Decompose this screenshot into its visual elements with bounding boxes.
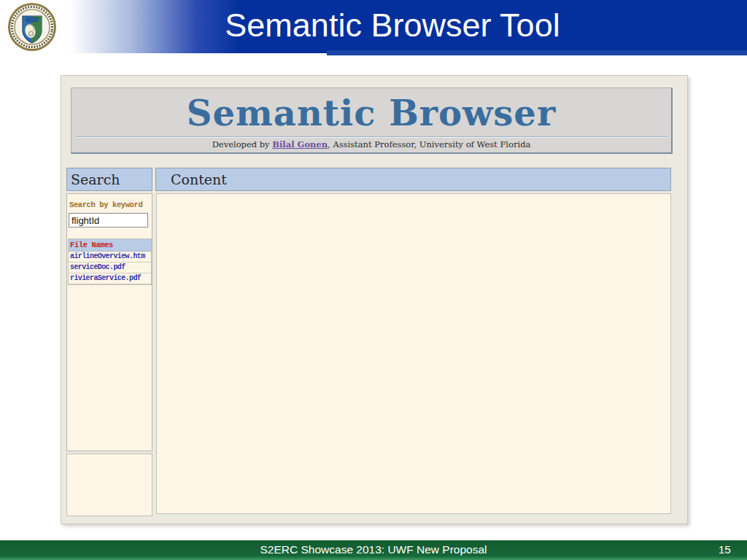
file-names-table: File Names airlineOverview.htm serviceDo…	[68, 238, 152, 285]
masthead-divider	[76, 136, 667, 138]
uwf-seal-icon	[7, 2, 57, 52]
semantic-browser-app-window: Semantic Browser Developed by Bilal Gone…	[61, 75, 688, 524]
search-by-keyword-label: Search by keyword	[69, 201, 142, 209]
file-link-riviera-service[interactable]: rivieraService.pdf	[69, 273, 151, 284]
search-panel: Search by keyword File Names airlineOver…	[66, 193, 152, 451]
slide-title: Semantic Browser Tool	[225, 7, 560, 44]
byline-suffix: , Assistant Professor, University of Wes…	[328, 139, 530, 149]
page-number: 15	[719, 540, 731, 559]
app-title: Semantic Browser	[71, 92, 671, 134]
uwf-seal-icon	[7, 2, 57, 52]
search-panel-lower-box	[66, 454, 152, 516]
footer-text: S2ERC Showcase 2013: UWF New Proposal	[260, 540, 487, 559]
content-column-header: Content	[155, 168, 671, 191]
slide-footer: S2ERC Showcase 2013: UWF New Proposal 15	[0, 540, 747, 560]
content-panel	[156, 193, 671, 514]
file-link-airline-overview[interactable]: airlineOverview.htm	[69, 252, 151, 262]
slide: Semantic Browser Tool Semantic Browser D…	[0, 0, 747, 560]
keyword-input[interactable]	[69, 213, 148, 228]
slide-header-banner: Semantic Browser Tool	[0, 0, 747, 53]
author-link[interactable]: Bilal Gonen	[272, 139, 328, 149]
file-names-header: File Names	[69, 239, 151, 252]
file-link-service-doc[interactable]: serviceDoc.pdf	[69, 262, 151, 273]
search-column-header: Search	[66, 168, 152, 191]
banner-substripe	[327, 50, 747, 55]
app-masthead: Semantic Browser Developed by Bilal Gone…	[71, 88, 673, 154]
byline-prefix: Developed by	[212, 139, 273, 149]
app-byline: Developed by Bilal Gonen, Assistant Prof…	[71, 139, 671, 149]
